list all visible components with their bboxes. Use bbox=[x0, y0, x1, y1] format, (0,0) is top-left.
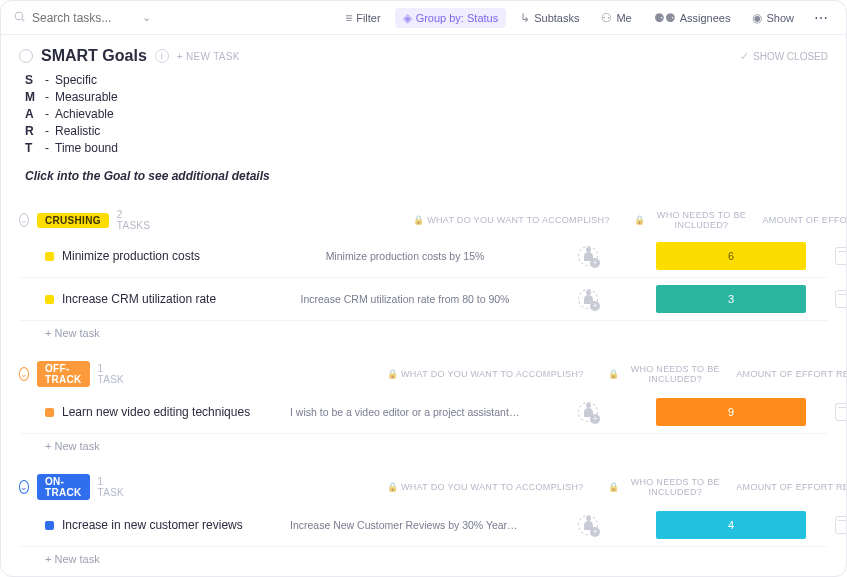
more-menu[interactable]: ⋯ bbox=[808, 10, 834, 26]
lock-icon: 🔒 bbox=[387, 369, 398, 379]
filter-button[interactable]: ≡Filter bbox=[337, 8, 388, 28]
assignee-cell[interactable] bbox=[528, 515, 648, 535]
due-cell[interactable] bbox=[814, 403, 846, 421]
me-label: Me bbox=[616, 12, 631, 24]
check-icon: ✓ bbox=[740, 50, 749, 63]
due-cell[interactable] bbox=[814, 247, 846, 265]
collapse-icon[interactable]: ⌄ bbox=[19, 213, 29, 227]
task-name[interactable]: Increase in new customer reviews bbox=[62, 518, 282, 532]
status-square-icon[interactable] bbox=[45, 521, 54, 530]
me-button[interactable]: ⚇Me bbox=[593, 8, 639, 28]
assignee-cell[interactable] bbox=[528, 246, 648, 266]
task-desc: I wish to be a video editor or a project… bbox=[290, 406, 520, 418]
effort-value: 4 bbox=[656, 511, 806, 539]
filter-icon: ≡ bbox=[345, 11, 352, 25]
task-row[interactable]: Learn new video editing techniques I wis… bbox=[19, 391, 828, 434]
task-row[interactable]: Minimize production costs Minimize produ… bbox=[19, 235, 828, 278]
group-by-button[interactable]: ◈Group by: Status bbox=[395, 8, 507, 28]
due-cell[interactable] bbox=[814, 516, 846, 534]
task-row[interactable]: Increase in new customer reviews Increas… bbox=[19, 504, 828, 547]
task-desc: Increase New Customer Reviews by 30% Yea… bbox=[290, 519, 520, 531]
search-wrap[interactable]: ⌄ bbox=[13, 10, 173, 26]
status-square-icon[interactable] bbox=[45, 295, 54, 304]
calendar-icon[interactable] bbox=[835, 290, 846, 308]
topbar: ⌄ ≡Filter ◈Group by: Status ↳Subtasks ⚇M… bbox=[1, 1, 846, 35]
page-title: SMART Goals bbox=[41, 47, 147, 65]
lock-icon: 🔒 bbox=[608, 369, 619, 379]
due-cell[interactable] bbox=[814, 290, 846, 308]
col-who: 🔒WHO NEEDS TO BE INCLUDED? bbox=[608, 364, 728, 384]
assignees-button[interactable]: ⚈⚈Assignees bbox=[646, 8, 739, 28]
status-chip[interactable]: CRUSHING bbox=[37, 213, 109, 228]
group-header: ⌄ OFF-TRACK 1 TASK 🔒WHAT DO YOU WANT TO … bbox=[19, 357, 828, 391]
status-chip[interactable]: ON-TRACK bbox=[37, 474, 90, 500]
status-circle-icon[interactable] bbox=[19, 49, 33, 63]
search-input[interactable] bbox=[32, 11, 132, 25]
instruction: Click into the Goal to see additional de… bbox=[25, 169, 828, 183]
assignee-cell[interactable] bbox=[528, 402, 648, 422]
col-effort: AMOUNT OF EFFORT REQUIRED bbox=[736, 369, 846, 379]
show-label: Show bbox=[766, 12, 794, 24]
col-accomplish: 🔒WHAT DO YOU WANT TO ACCOMPLISH? bbox=[396, 215, 626, 225]
group-header: ⌄ CRUSHING 2 TASKS 🔒WHAT DO YOU WANT TO … bbox=[19, 205, 828, 235]
calendar-icon[interactable] bbox=[835, 247, 846, 265]
smart-row: M-Measurable bbox=[25, 90, 828, 104]
eye-icon: ◉ bbox=[752, 11, 762, 25]
collapse-icon[interactable]: ⌄ bbox=[19, 367, 29, 381]
new-task-link[interactable]: + New task bbox=[19, 547, 828, 565]
person-icon: ⚇ bbox=[601, 11, 612, 25]
status-square-icon[interactable] bbox=[45, 252, 54, 261]
lock-icon: 🔒 bbox=[634, 215, 645, 225]
task-name[interactable]: Learn new video editing techniques bbox=[62, 405, 282, 419]
smart-word: Time bound bbox=[55, 141, 118, 155]
smart-letter: A bbox=[25, 107, 39, 121]
chevron-down-icon[interactable]: ⌄ bbox=[142, 11, 151, 24]
effort-cell[interactable]: 3 bbox=[656, 285, 806, 313]
new-task-link[interactable]: + New task bbox=[19, 434, 828, 452]
task-name[interactable]: Increase CRM utilization rate bbox=[62, 292, 282, 306]
group-header: ⌄ ON-TRACK 1 TASK 🔒WHAT DO YOU WANT TO A… bbox=[19, 470, 828, 504]
task-count: 2 TASKS bbox=[117, 209, 151, 231]
smart-letter: R bbox=[25, 124, 39, 138]
smart-row: T-Time bound bbox=[25, 141, 828, 155]
add-assignee-icon[interactable] bbox=[578, 246, 598, 266]
svg-point-0 bbox=[15, 12, 23, 20]
assignee-cell[interactable] bbox=[528, 289, 648, 309]
task-row[interactable]: Increase CRM utilization rate Increase C… bbox=[19, 278, 828, 321]
effort-cell[interactable]: 6 bbox=[656, 242, 806, 270]
effort-cell[interactable]: 4 bbox=[656, 511, 806, 539]
calendar-icon[interactable] bbox=[835, 403, 846, 421]
collapse-icon[interactable]: ⌄ bbox=[19, 480, 29, 494]
new-task-header[interactable]: + NEW TASK bbox=[177, 51, 240, 62]
subtasks-button[interactable]: ↳Subtasks bbox=[512, 8, 587, 28]
info-icon[interactable]: i bbox=[155, 49, 169, 63]
subtasks-icon: ↳ bbox=[520, 11, 530, 25]
people-icon: ⚈⚈ bbox=[654, 11, 676, 25]
new-task-link[interactable]: + New task bbox=[19, 321, 828, 339]
content: SMART Goals i + NEW TASK ✓SHOW CLOSED S-… bbox=[1, 35, 846, 576]
effort-cell[interactable]: 9 bbox=[656, 398, 806, 426]
effort-value: 6 bbox=[656, 242, 806, 270]
show-closed-button[interactable]: ✓SHOW CLOSED bbox=[740, 50, 828, 63]
col-who: 🔒WHO NEEDS TO BE INCLUDED? bbox=[608, 477, 728, 497]
task-count: 1 TASK bbox=[98, 476, 125, 498]
svg-line-1 bbox=[22, 18, 24, 20]
title-row: SMART Goals i + NEW TASK ✓SHOW CLOSED bbox=[19, 47, 828, 65]
show-button[interactable]: ◉Show bbox=[744, 8, 802, 28]
task-name[interactable]: Minimize production costs bbox=[62, 249, 282, 263]
group-by-label: Group by: Status bbox=[416, 12, 499, 24]
calendar-icon[interactable] bbox=[835, 516, 846, 534]
smart-row: S-Specific bbox=[25, 73, 828, 87]
status-chip[interactable]: OFF-TRACK bbox=[37, 361, 90, 387]
subtasks-label: Subtasks bbox=[534, 12, 579, 24]
status-square-icon[interactable] bbox=[45, 408, 54, 417]
effort-value: 9 bbox=[656, 398, 806, 426]
add-assignee-icon[interactable] bbox=[578, 515, 598, 535]
smart-row: R-Realistic bbox=[25, 124, 828, 138]
lock-icon: 🔒 bbox=[608, 482, 619, 492]
add-assignee-icon[interactable] bbox=[578, 289, 598, 309]
smart-letter: T bbox=[25, 141, 39, 155]
task-desc: Minimize production costs by 15% bbox=[290, 250, 520, 262]
add-assignee-icon[interactable] bbox=[578, 402, 598, 422]
col-who: 🔒WHO NEEDS TO BE INCLUDED? bbox=[634, 210, 754, 230]
